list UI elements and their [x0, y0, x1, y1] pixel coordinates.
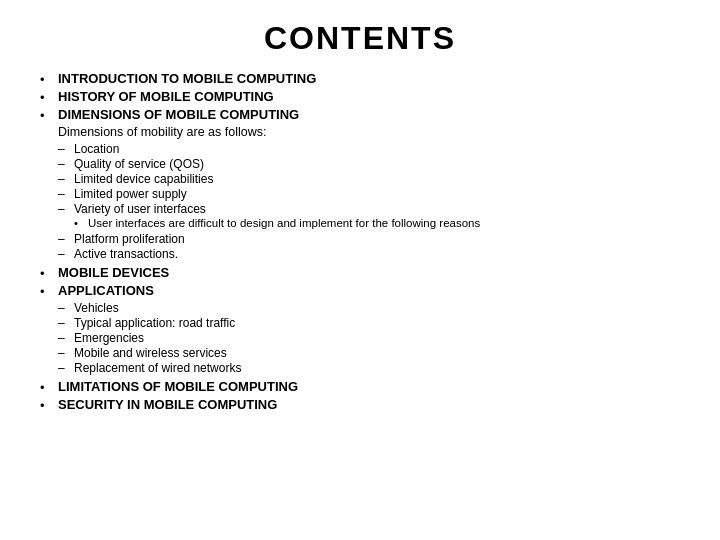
dimensions-sub: Dimensions of mobility are as follows: –…: [58, 125, 480, 263]
dash-qos: – Quality of service (QOS): [58, 157, 480, 171]
dash-mobile-wireless: – Mobile and wireless services: [58, 346, 241, 360]
variety-sub-item: • User interfaces are difficult to desig…: [74, 217, 480, 229]
bullet-limitations: •: [40, 380, 58, 395]
list-item-intro: • INTRODUCTION TO MOBILE COMPUTING: [40, 71, 680, 87]
dash-typical: – Typical application: road traffic: [58, 316, 241, 330]
dash-replacement: – Replacement of wired networks: [58, 361, 241, 375]
bullet-security: •: [40, 398, 58, 413]
variety-sub-label: User interfaces are difficult to design …: [88, 217, 480, 229]
list-item-mobile-devices: • MOBILE DEVICES: [40, 265, 680, 281]
dimensions-intro: Dimensions of mobility are as follows:: [58, 125, 480, 139]
dash-active: – Active transactions.: [58, 247, 480, 261]
replacement-label: Replacement of wired networks: [74, 361, 241, 375]
emergencies-label: Emergencies: [74, 331, 144, 345]
list-item-limitations: • LIMITATIONS OF MOBILE COMPUTING: [40, 379, 680, 395]
dimensions-dash-list: – Location – Quality of service (QOS) – …: [58, 142, 480, 261]
page-title: CONTENTS: [40, 20, 680, 57]
location-label: Location: [74, 142, 119, 156]
intro-label: INTRODUCTION TO MOBILE COMPUTING: [58, 71, 316, 86]
applications-label: APPLICATIONS: [58, 283, 154, 298]
dimensions-label: DIMENSIONS OF MOBILE COMPUTING: [58, 107, 299, 122]
list-item-security: • SECURITY IN MOBILE COMPUTING: [40, 397, 680, 413]
active-label: Active transactions.: [74, 247, 178, 261]
applications-dash-list: – Vehicles – Typical application: road t…: [58, 301, 241, 375]
platform-label: Platform proliferation: [74, 232, 185, 246]
limitations-label: LIMITATIONS OF MOBILE COMPUTING: [58, 379, 298, 394]
mobile-devices-label: MOBILE DEVICES: [58, 265, 169, 280]
variety-sub-list: • User interfaces are difficult to desig…: [74, 217, 480, 230]
bullet-applications: •: [40, 284, 58, 299]
vehicles-label: Vehicles: [74, 301, 119, 315]
dash-power: – Limited power supply: [58, 187, 480, 201]
list-item-applications: • APPLICATIONS – Vehicles – Typical appl…: [40, 283, 680, 377]
dash-vehicles: – Vehicles: [58, 301, 241, 315]
qos-label: Quality of service (QOS): [74, 157, 204, 171]
history-label: HISTORY OF MOBILE COMPUTING: [58, 89, 274, 104]
dash-device-cap: – Limited device capabilities: [58, 172, 480, 186]
typical-label: Typical application: road traffic: [74, 316, 235, 330]
dash-variety: – Variety of user interfaces • User inte…: [58, 202, 480, 231]
power-label: Limited power supply: [74, 187, 187, 201]
bullet-dimensions: •: [40, 108, 58, 123]
variety-label: Variety of user interfaces: [74, 202, 206, 216]
bullet-intro: •: [40, 72, 58, 87]
mobile-wireless-label: Mobile and wireless services: [74, 346, 227, 360]
list-item-dimensions: • DIMENSIONS OF MOBILE COMPUTING Dimensi…: [40, 107, 680, 263]
applications-sub: – Vehicles – Typical application: road t…: [58, 301, 241, 377]
dash-emergencies: – Emergencies: [58, 331, 241, 345]
dash-location: – Location: [58, 142, 480, 156]
security-label: SECURITY IN MOBILE COMPUTING: [58, 397, 277, 412]
list-item-history: • HISTORY OF MOBILE COMPUTING: [40, 89, 680, 105]
bullet-history: •: [40, 90, 58, 105]
dash-platform: – Platform proliferation: [58, 232, 480, 246]
main-list: • INTRODUCTION TO MOBILE COMPUTING • HIS…: [40, 71, 680, 413]
device-cap-label: Limited device capabilities: [74, 172, 213, 186]
bullet-mobile-devices: •: [40, 266, 58, 281]
